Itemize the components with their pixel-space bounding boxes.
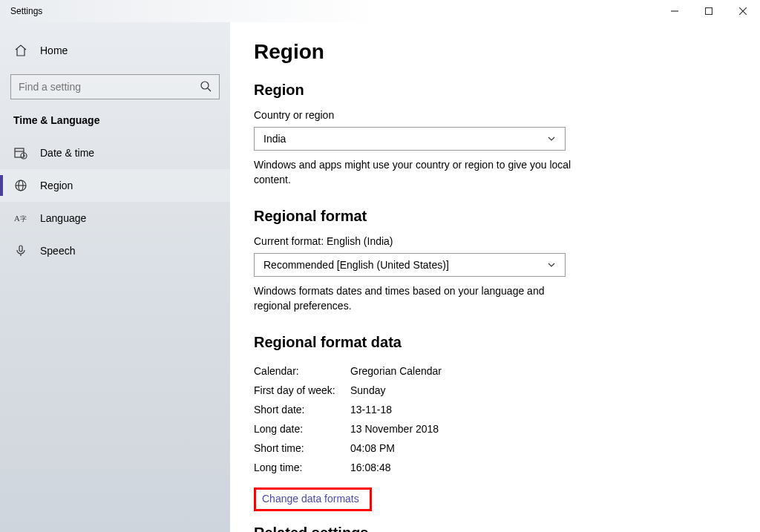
country-select-value: India [263,133,286,145]
related-settings-heading: Related settings [254,525,730,532]
country-label: Country or region [254,109,730,121]
format-data-table: Calendar:Gregorian Calendar First day of… [254,361,730,477]
search-box[interactable] [10,74,220,99]
change-data-formats-link[interactable]: Change data formats [262,493,359,505]
sidebar: Home Time & Language Date & time Region … [0,22,230,532]
sidebar-item-speech[interactable]: Speech [0,234,230,267]
country-help: Windows and apps might use your country … [254,158,580,187]
home-icon [13,44,28,57]
home-label: Home [40,45,68,56]
format-heading: Regional format [254,208,730,225]
search-icon [200,80,212,94]
globe-icon [13,179,28,192]
main: Home Time & Language Date & time Region … [0,22,760,532]
sidebar-item-label: Language [40,212,86,224]
window-controls [658,0,760,22]
maximize-button[interactable] [692,0,726,22]
format-select[interactable]: Recommended [English (United States)] [254,253,566,277]
calendar-clock-icon [13,146,28,160]
titlebar: Settings [0,0,760,22]
minimize-button[interactable] [658,0,692,22]
sidebar-section-header: Time & Language [0,110,230,137]
chevron-down-icon [547,134,556,143]
sidebar-item-language[interactable]: A字 Language [0,202,230,234]
svg-line-5 [208,88,211,91]
sidebar-item-label: Region [40,180,73,191]
sidebar-item-label: Date & time [40,147,94,159]
svg-rect-14 [19,246,22,252]
chevron-down-icon [547,260,556,269]
format-data-heading: Regional format data [254,334,730,351]
svg-rect-1 [706,8,712,15]
window-title: Settings [0,6,42,16]
region-heading: Region [254,82,730,99]
home-nav[interactable]: Home [0,36,230,65]
svg-point-4 [201,82,209,89]
format-row-short-date: Short date:13-11-18 [254,400,730,419]
format-row-calendar: Calendar:Gregorian Calendar [254,361,730,381]
country-select[interactable]: India [254,127,566,151]
change-formats-highlight: Change data formats [254,487,372,511]
svg-text:字: 字 [20,216,27,223]
format-row-short-time: Short time:04:08 PM [254,439,730,458]
search-input[interactable] [19,81,200,93]
format-row-long-date: Long date:13 November 2018 [254,419,730,439]
sidebar-item-label: Speech [40,245,75,257]
close-button[interactable] [726,0,760,22]
current-format-label: Current format: English (India) [254,235,730,247]
format-row-first-day: First day of week:Sunday [254,381,730,400]
microphone-icon [13,244,28,257]
sidebar-item-date-time[interactable]: Date & time [0,137,230,169]
svg-text:A: A [14,214,20,223]
content: Region Region Country or region India Wi… [230,22,760,532]
page-title: Region [254,40,730,64]
format-row-long-time: Long time:16:08:48 [254,458,730,477]
sidebar-item-region[interactable]: Region [0,169,230,202]
language-icon: A字 [13,211,28,225]
format-select-value: Recommended [English (United States)] [263,259,449,271]
format-help: Windows formats dates and times based on… [254,284,580,313]
